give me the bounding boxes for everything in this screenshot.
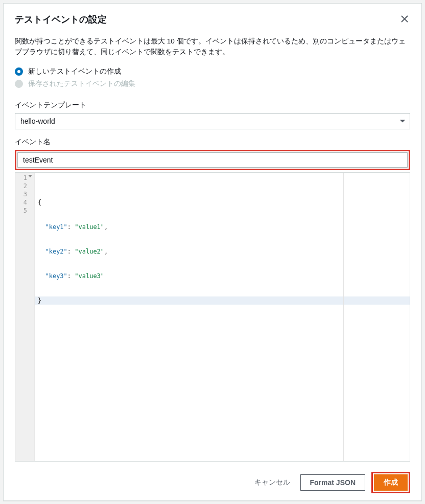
- radio-selected-icon: [15, 67, 23, 76]
- code-token: "value2": [75, 248, 104, 255]
- cancel-button[interactable]: キャンセル: [250, 475, 294, 490]
- radio-create-new-event[interactable]: 新しいテストイベントの作成: [15, 67, 410, 76]
- code-token: "value3": [75, 272, 104, 280]
- modal-body: 関数が持つことができるテストイベントは最大 10 個です。イベントは保持されてい…: [4, 33, 421, 466]
- radio-edit-saved-event: 保存されたテストイベントの編集: [15, 79, 410, 88]
- editor-guide-line: [343, 173, 344, 461]
- create-button-highlight: 作成: [371, 472, 410, 493]
- line-number: 3: [23, 191, 27, 198]
- code-token: "key1": [45, 223, 67, 231]
- event-template-select[interactable]: hello-world: [15, 113, 410, 129]
- fold-icon[interactable]: [28, 175, 32, 177]
- editor-code[interactable]: { "key1": "value1", "key2": "value2", "k…: [35, 173, 410, 461]
- event-template-label: イベントテンプレート: [15, 101, 410, 110]
- code-token: ,: [104, 223, 108, 231]
- event-template-value: hello-world: [15, 113, 410, 129]
- code-token: ,: [104, 248, 108, 255]
- code-token: {: [38, 199, 41, 206]
- modal-title: テストイベントの設定: [15, 13, 107, 26]
- modal-footer: キャンセル Format JSON 作成: [4, 466, 421, 500]
- radio-create-label: 新しいテストイベントの作成: [28, 67, 121, 76]
- code-token: }: [38, 297, 41, 304]
- code-token: "key2": [45, 248, 67, 255]
- line-number: 1: [23, 174, 27, 181]
- code-token: "value1": [75, 223, 104, 231]
- code-token: :: [67, 248, 75, 255]
- code-token: "key3": [45, 272, 67, 280]
- close-icon: [401, 14, 408, 25]
- code-token: :: [67, 223, 75, 231]
- event-name-input[interactable]: [17, 152, 408, 168]
- create-button[interactable]: 作成: [374, 474, 408, 491]
- line-number: 2: [23, 182, 27, 190]
- event-name-label: イベント名: [15, 138, 410, 147]
- close-button[interactable]: [399, 13, 410, 26]
- radio-disabled-icon: [15, 80, 23, 88]
- modal-header: テストイベントの設定: [4, 4, 421, 33]
- event-name-highlight: [15, 150, 410, 170]
- line-number: 5: [23, 207, 27, 214]
- configure-test-event-modal: テストイベントの設定 関数が持つことができるテストイベントは最大 10 個です。…: [3, 3, 422, 501]
- event-mode-radio-group: 新しいテストイベントの作成 保存されたテストイベントの編集: [15, 67, 410, 91]
- json-editor[interactable]: 1 2 3 4 5 { "key1": "value1", "key2": "v…: [15, 172, 410, 462]
- chevron-down-icon: [400, 120, 405, 122]
- modal-description: 関数が持つことができるテストイベントは最大 10 個です。イベントは保持されてい…: [15, 36, 410, 58]
- line-number: 4: [23, 199, 27, 206]
- radio-edit-label: 保存されたテストイベントの編集: [28, 79, 135, 88]
- editor-gutter: 1 2 3 4 5: [15, 173, 35, 461]
- code-token: :: [67, 272, 75, 280]
- format-json-button[interactable]: Format JSON: [300, 474, 365, 491]
